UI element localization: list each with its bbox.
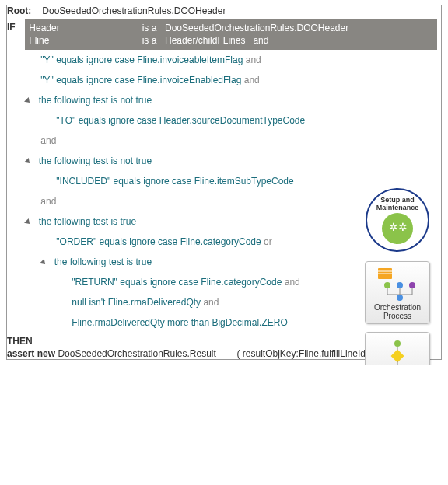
result-type: DooSeededOrchestrationRules.Result <box>58 348 215 359</box>
is-true-label: the following test is true <box>39 216 136 227</box>
field-ref: Fline.rmaDeliveredQty <box>108 297 201 308</box>
and-keyword: and <box>203 297 219 308</box>
orch-label-1: Orchestration <box>367 303 428 312</box>
and-keyword: and <box>285 277 300 288</box>
svg-point-11 <box>394 340 401 347</box>
orchestration-icon <box>367 266 428 303</box>
field-ref: Fline.categoryCode <box>201 277 282 288</box>
pattern-type-fline: Header/childFLines <box>165 35 245 46</box>
op-equals-ignore-case: equals ignore case <box>100 236 178 247</box>
op-equals-ignore-case: equals ignore case <box>56 54 135 65</box>
op-isnt: isn't <box>89 297 105 308</box>
isa-label: is a <box>142 23 163 33</box>
not-true-label: the following test is not true <box>39 155 152 166</box>
and-keyword: and <box>244 75 260 85</box>
field-ref: Fline.itemSubTypeCode <box>194 176 294 187</box>
setup-maintenance-badge[interactable]: Setup and Maintenance <box>366 188 429 252</box>
field-ref: Fline.categoryCode <box>180 236 261 247</box>
field-ref: Fline.invoiceEnabledFlag <box>137 75 241 85</box>
and-keyword: and <box>40 135 56 146</box>
collapse-icon[interactable] <box>24 158 32 166</box>
pattern-var-header: Header <box>29 23 139 33</box>
pattern-type-header: DooSeededOrchestrationRules.DOOHeader <box>165 23 348 33</box>
orchestration-process-tile[interactable]: Orchestration Process <box>365 261 430 324</box>
block-not-true[interactable]: the following test is not true <box>25 151 437 171</box>
pattern-var-fline: Fline <box>29 35 139 46</box>
and-keyword: and <box>253 35 268 46</box>
literal: "Y" <box>40 54 54 65</box>
is-true-label: the following test is true <box>54 256 152 267</box>
field-ref: Fline.rmaDeliveredQty <box>72 317 164 328</box>
literal: "RETURN" <box>72 277 117 288</box>
condition-row[interactable]: "Y" equals ignore case Fline.invoiceable… <box>40 50 437 70</box>
not-true-label: the following test is not true <box>39 95 152 106</box>
result-args: ( resultObjKey:Fline.fulfillLineId ) <box>237 348 372 359</box>
svg-point-3 <box>384 282 390 288</box>
orch-label-2: Process <box>367 312 428 320</box>
collapse-icon[interactable] <box>40 259 47 267</box>
setup-label-2: Maintenance <box>367 204 428 211</box>
svg-point-10 <box>397 295 403 301</box>
setup-label-1: Setup and <box>367 196 428 204</box>
and-keyword: and <box>246 54 261 65</box>
op-equals-ignore-case: equals ignore case <box>56 75 135 85</box>
field-ref: Header.sourceDocumentTypeCode <box>159 115 305 126</box>
rule-tile[interactable]: Rule <box>365 332 430 365</box>
or-keyword: or <box>264 236 272 247</box>
then-label: THEN <box>7 336 33 347</box>
and-keyword: and <box>40 196 56 207</box>
svg-point-5 <box>409 282 415 288</box>
gear-icon <box>382 213 413 244</box>
if-label: IF <box>7 18 23 33</box>
side-panel: Setup and Maintenance <box>362 188 433 365</box>
assert-new-keyword: assert new <box>7 348 55 359</box>
literal: "INCLUDED" <box>56 176 110 187</box>
op-equals-ignore-case: equals ignore case <box>120 277 198 288</box>
literal: "ORDER" <box>56 236 96 247</box>
block-not-true[interactable]: the following test is not true <box>25 90 437 110</box>
op-equals-ignore-case: equals ignore case <box>79 115 157 126</box>
svg-point-4 <box>397 282 403 288</box>
collapse-icon[interactable] <box>24 97 32 105</box>
isa-label: is a <box>142 35 163 46</box>
root-label: Root: <box>7 5 40 16</box>
svg-rect-13 <box>391 350 404 363</box>
op-equals-ignore-case: equals ignore case <box>114 176 192 187</box>
condition-row[interactable]: "TO" equals ignore case Header.sourceDoc… <box>56 110 437 131</box>
root-value[interactable]: DooSeededOrchestrationRules.DOOHeader <box>42 5 226 16</box>
literal: "TO" <box>56 115 75 126</box>
condition-row[interactable]: "Y" equals ignore case Fline.invoiceEnab… <box>40 70 437 90</box>
rule-icon <box>367 337 428 365</box>
collapse-icon[interactable] <box>24 218 32 226</box>
null-literal: null <box>72 297 86 308</box>
field-ref: Fline.invoiceableItemFlag <box>137 54 243 65</box>
literal: "Y" <box>40 75 54 85</box>
pattern-header[interactable]: Header is a DooSeededOrchestrationRules.… <box>25 19 437 50</box>
op-more-than: more than <box>167 317 209 328</box>
value-ref: BigDecimal.ZERO <box>212 317 287 328</box>
